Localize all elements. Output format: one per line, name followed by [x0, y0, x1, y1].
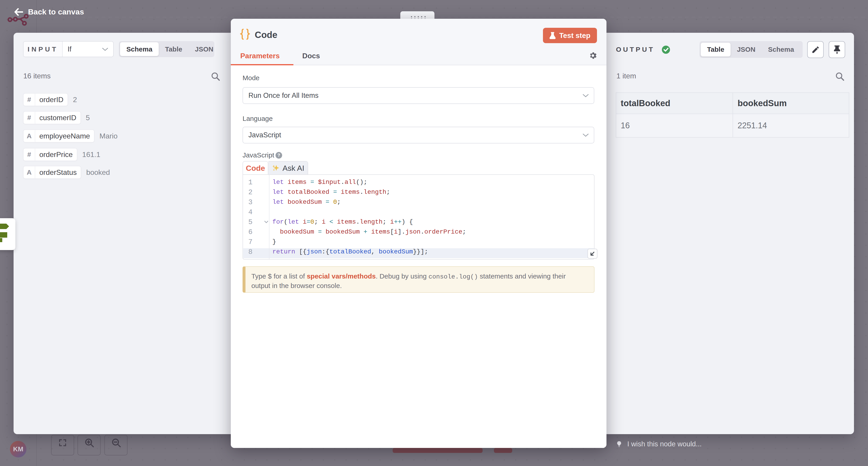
svg-text:?: ?	[277, 153, 280, 158]
